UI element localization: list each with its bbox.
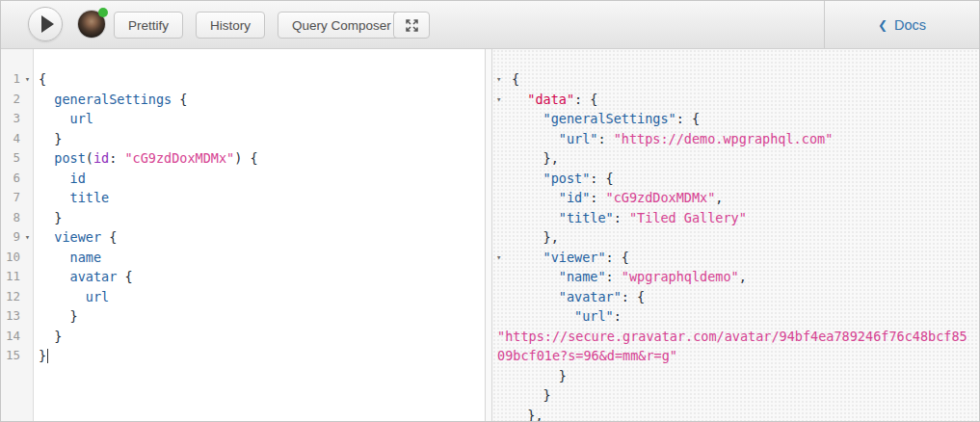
code-token-prop: viewer bbox=[54, 229, 101, 245]
line-number: 6 bbox=[1, 169, 21, 189]
fold-gutter-spacer bbox=[21, 90, 34, 110]
code-token-ws bbox=[39, 111, 70, 126]
code-token-punc: } bbox=[70, 308, 78, 324]
play-icon bbox=[41, 15, 54, 33]
fold-arrow-icon[interactable]: ▾ bbox=[21, 69, 34, 90]
code-line: ▾{ bbox=[492, 69, 979, 90]
code-line: 4 } bbox=[1, 129, 485, 149]
fold-arrow-icon[interactable]: ▾ bbox=[496, 69, 501, 90]
code-token-ws bbox=[512, 250, 543, 265]
code-token-punc: } bbox=[54, 210, 62, 225]
code-token-prop: "name" bbox=[559, 269, 606, 284]
code-line: 13 } bbox=[1, 306, 485, 327]
code-token-prop: "url" bbox=[574, 308, 614, 324]
code-token-attr: id bbox=[93, 150, 109, 166]
fold-gutter-spacer bbox=[21, 148, 34, 169]
code-token-punc: : { bbox=[676, 111, 700, 126]
code-token-punc: : bbox=[606, 269, 622, 284]
code-text: url bbox=[34, 287, 109, 307]
toolbar: Prettify History Query Composer ❮ Docs bbox=[1, 1, 979, 49]
code-token-ws bbox=[39, 92, 54, 107]
fold-gutter-spacer bbox=[21, 169, 34, 189]
code-line: "avatar": { bbox=[492, 287, 979, 307]
code-token-ws bbox=[39, 171, 70, 186]
toolbar-buttons: Prettify History Query Composer bbox=[114, 12, 406, 39]
code-line: "url": bbox=[492, 306, 979, 327]
code-line: "title": "Tiled Gallery" bbox=[492, 208, 979, 228]
fold-arrow-icon[interactable]: ▾ bbox=[21, 227, 34, 248]
code-token-prop: id bbox=[70, 171, 86, 186]
code-token-ws bbox=[39, 269, 70, 284]
code-token-punc: : { bbox=[622, 289, 645, 304]
code-token-prop: avatar bbox=[70, 269, 118, 284]
fullscreen-icon bbox=[405, 18, 419, 33]
code-line: 5 post(id: "cG9zdDoxMDMx") { bbox=[1, 148, 485, 169]
line-number: 12 bbox=[1, 287, 21, 307]
code-token-punc: : { bbox=[606, 250, 629, 265]
code-text: } bbox=[34, 208, 62, 228]
code-token-punc: : bbox=[614, 308, 622, 324]
line-number: 15 bbox=[1, 346, 21, 366]
code-text: } bbox=[34, 129, 62, 149]
query-composer-button[interactable]: Query Composer bbox=[278, 12, 406, 39]
pane-divider[interactable] bbox=[486, 49, 492, 421]
code-token-punc: } bbox=[39, 348, 46, 363]
code-token-punc: ( bbox=[86, 150, 93, 166]
code-text: id bbox=[34, 169, 86, 189]
code-token-prop: title bbox=[70, 190, 110, 205]
fullscreen-button[interactable] bbox=[393, 12, 430, 39]
line-number: 7 bbox=[1, 188, 21, 208]
fold-gutter-spacer bbox=[21, 327, 34, 347]
result-json: ▾{▾ "data": { "generalSettings": { "url"… bbox=[492, 69, 979, 421]
code-token-ws bbox=[512, 92, 527, 107]
chevron-left-icon: ❮ bbox=[878, 18, 887, 32]
code-token-ws bbox=[512, 111, 543, 126]
code-line: }, bbox=[492, 148, 979, 169]
code-token-ws bbox=[39, 210, 54, 225]
code-token-punc: { bbox=[101, 229, 117, 245]
fold-gutter-spacer bbox=[21, 129, 34, 149]
query-editor-pane[interactable]: 1▾{2 generalSettings {3 url4 }5 post(id:… bbox=[1, 49, 486, 421]
code-line: 3 url bbox=[1, 109, 485, 129]
execute-query-button[interactable] bbox=[28, 7, 63, 41]
code-token-str: "https://secure.gravatar.com/avatar/94bf… bbox=[497, 329, 967, 344]
code-token-punc: }, bbox=[543, 150, 559, 166]
code-token-punc: { bbox=[172, 92, 187, 107]
code-text: name bbox=[34, 248, 101, 268]
code-text: viewer { bbox=[34, 227, 117, 248]
code-line: } bbox=[492, 366, 979, 386]
code-token-ws bbox=[39, 131, 54, 146]
code-text: { bbox=[34, 69, 46, 90]
code-token-ws bbox=[39, 289, 86, 304]
code-token-str: "cG9zdDoxMDMx" bbox=[606, 190, 716, 205]
line-number: 13 bbox=[1, 306, 21, 327]
code-text: url bbox=[34, 109, 93, 129]
code-text: } bbox=[34, 346, 48, 366]
fold-arrow-icon[interactable]: ▾ bbox=[496, 90, 501, 110]
code-token-ws bbox=[512, 269, 559, 284]
code-token-ws bbox=[512, 171, 543, 186]
code-line: "id": "cG9zdDoxMDMx", bbox=[492, 188, 979, 208]
prettify-button[interactable]: Prettify bbox=[114, 12, 183, 39]
code-line: ▾ "viewer": { bbox=[492, 248, 979, 268]
fold-arrow-icon[interactable]: ▾ bbox=[496, 248, 501, 268]
code-token-ws bbox=[39, 308, 70, 324]
code-token-ws bbox=[512, 150, 543, 166]
code-token-prop: "post" bbox=[543, 171, 591, 186]
code-token-ws bbox=[512, 387, 543, 403]
docs-panel-toggle[interactable]: ❮ Docs bbox=[824, 1, 979, 48]
online-status-icon bbox=[98, 8, 108, 17]
code-token-prop: url bbox=[86, 289, 109, 304]
user-avatar[interactable] bbox=[78, 11, 105, 38]
code-token-str: "https://demo.wpgraphql.com" bbox=[614, 131, 834, 146]
fold-gutter-spacer bbox=[21, 287, 34, 307]
code-token-str: "wpgraphqldemo" bbox=[622, 269, 739, 284]
line-number: 14 bbox=[1, 327, 21, 347]
code-line: ▾ "data": { bbox=[492, 90, 979, 110]
code-line: "post": { bbox=[492, 169, 979, 189]
code-token-punc: { bbox=[39, 71, 46, 87]
code-line: }, bbox=[492, 406, 979, 422]
code-token-ws bbox=[39, 329, 54, 344]
code-text: title bbox=[34, 188, 109, 208]
history-button[interactable]: History bbox=[196, 12, 265, 39]
